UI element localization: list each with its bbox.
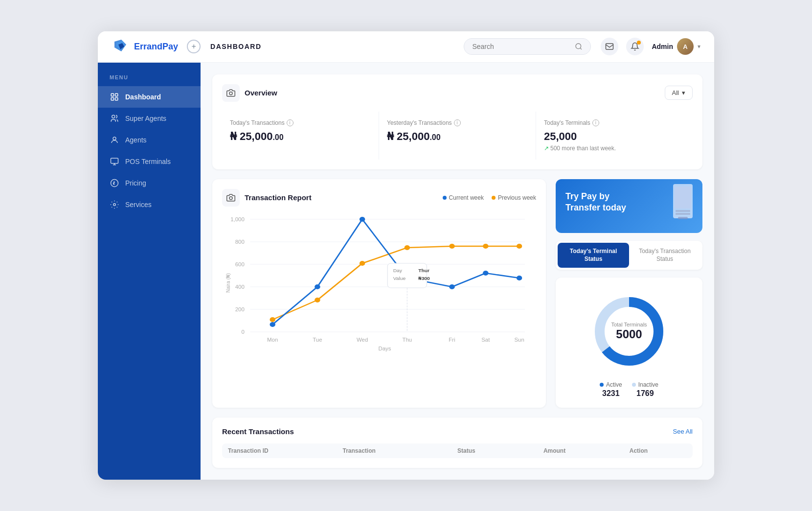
- overview-card: Overview All ▾ Today's Transactions i: [212, 74, 702, 169]
- svg-text:1,000: 1,000: [230, 217, 245, 222]
- legend-dot-previous: [492, 196, 496, 200]
- col-header-2: Transaction: [343, 447, 458, 454]
- notification-dot: [637, 41, 641, 45]
- info-icon-2[interactable]: i: [454, 119, 461, 126]
- chart-icon: [222, 189, 240, 207]
- donut-label: Total Terminals: [611, 322, 647, 327]
- right-panel: Try Pay by Transfer today: [556, 179, 702, 408]
- sidebar-item-pricing-label: Pricing: [125, 179, 146, 187]
- svg-point-41: [270, 322, 275, 327]
- svg-text:Naira (₦): Naira (₦): [225, 273, 231, 293]
- sidebar-item-pos-terminals[interactable]: POS Terminals: [98, 151, 201, 172]
- tab-terminal-label: Today's Terminal Status: [562, 248, 625, 263]
- svg-point-10: [113, 204, 116, 206]
- info-icon-1[interactable]: i: [287, 119, 293, 126]
- tab-terminal-status[interactable]: Today's Terminal Status: [558, 243, 629, 268]
- svg-text:Days: Days: [378, 346, 391, 351]
- sidebar-item-agents-label: Agents: [125, 136, 147, 144]
- svg-point-45: [449, 284, 454, 289]
- chevron-down-icon: ▾: [698, 43, 700, 50]
- app-container: ErrandPay + DASHBOARD Adm: [98, 31, 714, 480]
- svg-point-43: [360, 217, 365, 222]
- legend-dot-inactive: [632, 383, 636, 387]
- svg-point-39: [483, 244, 488, 249]
- donut-legend: Active 3231 Inactive 1769: [600, 381, 658, 398]
- legend-dot-active: [600, 383, 604, 387]
- col-header-4: Amount: [543, 447, 630, 454]
- dashboard-icon: [110, 92, 119, 102]
- stat-yesterdays-transactions: Yesterday's Transactions i ₦ 25,000.00: [379, 112, 536, 160]
- svg-point-38: [449, 244, 454, 249]
- filter-label: All: [672, 89, 679, 96]
- promo-card: Try Pay by Transfer today: [556, 179, 702, 233]
- col-header-5: Action: [630, 447, 687, 454]
- logo-text: ErrandPay: [134, 42, 178, 52]
- search-icon: [575, 43, 583, 50]
- sidebar-item-services[interactable]: Services: [98, 194, 201, 215]
- legend-active: Active 3231: [600, 381, 622, 398]
- user-area[interactable]: Admin A ▾: [652, 38, 700, 55]
- page-title: DASHBOARD: [210, 43, 337, 50]
- svg-point-7: [113, 137, 116, 140]
- svg-text:Value: Value: [393, 276, 406, 281]
- header-actions: Admin A ▾: [601, 38, 700, 55]
- overview-icon: [222, 84, 240, 102]
- transactions-header: Recent Transactions See All: [222, 427, 693, 436]
- svg-text:600: 600: [235, 262, 245, 267]
- col-header-3: Status: [457, 447, 543, 454]
- svg-text:₦300: ₦300: [418, 276, 430, 281]
- donut-center: Total Terminals 5000: [611, 322, 647, 341]
- add-button[interactable]: +: [187, 40, 201, 53]
- stat-growth: ↗ 500 more than last week.: [544, 145, 685, 152]
- svg-text:Thur: Thur: [418, 268, 429, 273]
- chart-svg: 1,000 800 600 400 200 0 Naira (₦) Mon Tu…: [222, 214, 536, 351]
- sidebar-item-pricing[interactable]: Pricing: [98, 172, 201, 194]
- sidebar-item-dashboard-label: Dashboard: [125, 93, 161, 101]
- sidebar: MENU Dashboard Super Agents: [98, 63, 201, 480]
- notification-button[interactable]: [626, 38, 644, 55]
- main-layout: MENU Dashboard Super Agents: [98, 63, 714, 480]
- avatar: A: [677, 38, 694, 55]
- svg-point-11: [229, 92, 232, 95]
- chart-title: Transaction Report: [245, 193, 312, 202]
- search-bar[interactable]: [464, 38, 591, 55]
- stat-todays-terminals: Today's Terminals i 25,000 ↗ 500 more th…: [536, 112, 693, 160]
- chart-card: Transaction Report Current week Previous…: [212, 179, 546, 408]
- info-icon-3[interactable]: i: [592, 119, 599, 126]
- mail-button[interactable]: [601, 38, 618, 55]
- stat-todays-transactions: Today's Transactions i ₦ 25,000.00: [222, 112, 379, 160]
- legend-inactive: Inactive 1769: [632, 381, 658, 398]
- sidebar-item-super-agents[interactable]: Super Agents: [98, 108, 201, 129]
- chart-legend: Current week Previous week: [443, 194, 536, 201]
- filter-button[interactable]: All ▾: [665, 86, 693, 100]
- sidebar-item-dashboard[interactable]: Dashboard: [98, 86, 201, 108]
- header: ErrandPay + DASHBOARD Adm: [98, 31, 714, 63]
- tab-transaction-label: Today's Transaction Status: [633, 248, 697, 263]
- stat-label-3: Today's Terminals i: [544, 119, 685, 126]
- svg-point-35: [315, 298, 320, 302]
- svg-rect-5: [115, 97, 118, 100]
- stat-value-3: 25,000: [544, 130, 685, 143]
- user-name: Admin: [652, 43, 673, 50]
- transactions-section: Recent Transactions See All Transaction …: [212, 418, 702, 468]
- table-header: Transaction ID Transaction Status Amount…: [222, 443, 693, 458]
- svg-text:Fri: Fri: [449, 337, 455, 343]
- legend-current-week: Current week: [443, 194, 484, 201]
- promo-text: Try Pay by Transfer today: [565, 191, 644, 214]
- see-all-link[interactable]: See All: [673, 428, 693, 435]
- svg-text:Tue: Tue: [313, 337, 322, 343]
- svg-point-46: [483, 271, 488, 276]
- svg-text:Sun: Sun: [514, 337, 524, 343]
- sidebar-item-services-label: Services: [125, 201, 152, 209]
- svg-text:Mon: Mon: [267, 337, 278, 343]
- pos-terminals-icon: [110, 157, 119, 166]
- stat-label-2: Yesterday's Transactions i: [387, 119, 528, 126]
- super-agents-icon: [110, 114, 119, 123]
- donut-value: 5000: [611, 327, 647, 341]
- inactive-count: 1769: [632, 389, 658, 398]
- svg-rect-3: [115, 93, 118, 96]
- search-input[interactable]: [472, 43, 571, 50]
- sidebar-item-agents[interactable]: Agents: [98, 129, 201, 151]
- content-area: Overview All ▾ Today's Transactions i: [201, 63, 714, 480]
- tab-transaction-status[interactable]: Today's Transaction Status: [629, 243, 700, 268]
